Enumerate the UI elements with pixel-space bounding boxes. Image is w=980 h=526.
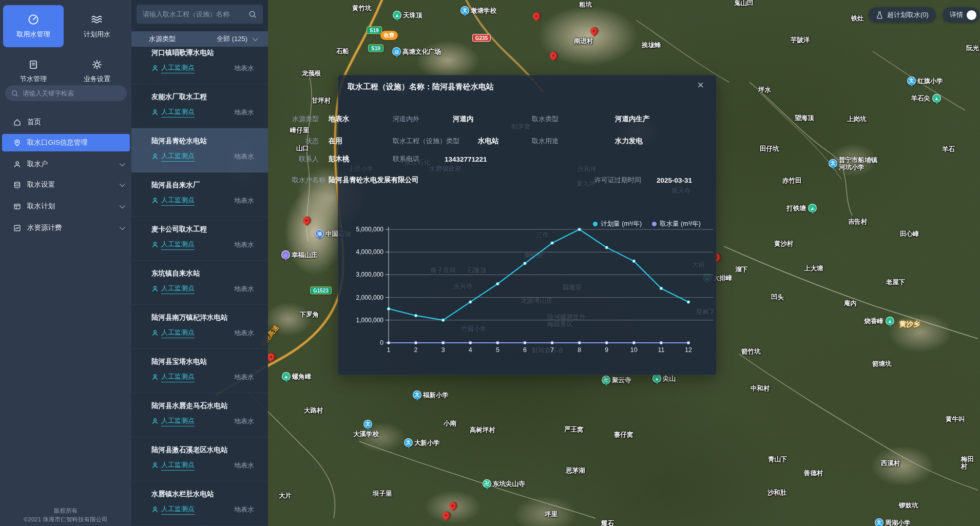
field-label: 联系人 <box>299 154 319 164</box>
water-type: 地表水 <box>234 417 254 426</box>
station-search-input[interactable] <box>143 10 248 18</box>
close-icon[interactable]: × <box>697 80 704 91</box>
chart-legend: 计划量 (m³/年)取水量 (m³/年) <box>593 220 701 228</box>
map-label: 老屋下 <box>886 279 906 286</box>
sidebar-item-gis-management[interactable]: 取水口GIS信息管理 <box>2 134 130 151</box>
water-type: 地表水 <box>234 196 254 205</box>
person-icon <box>151 241 159 248</box>
svg-text:12: 12 <box>685 346 692 354</box>
station-subrow: 人工监测点地表水 <box>151 107 254 118</box>
station-list-item[interactable]: 东坑镇自来水站人工监测点地表水 <box>131 261 268 305</box>
station-name: 水唇镇水栏肚水电站 <box>151 490 214 499</box>
water-type: 地表水 <box>234 108 254 117</box>
waves-icon <box>91 14 103 25</box>
poi-label: 聚云寺 <box>612 377 631 384</box>
map-label: 挨垅蜂 <box>642 42 661 49</box>
temple-poi-icon: 卍 <box>602 376 610 384</box>
svg-text:2,000,000: 2,000,000 <box>356 294 384 301</box>
station-list-item[interactable]: 陆河县激石溪老区水电站人工监测点地表水 <box>131 437 268 481</box>
app-tile-planned-water[interactable]: 计划用水 <box>67 5 127 47</box>
person-icon <box>151 462 159 469</box>
map-label: 芋陂洋 <box>791 36 810 44</box>
map-label: 上岗坑 <box>847 115 867 123</box>
field-label: 取水户名称 <box>292 176 325 185</box>
school-poi-icon: 文 <box>460 6 469 15</box>
station-list-item[interactable]: 陆河县水唇走马石水电站人工监测点地表水 <box>131 393 268 437</box>
map-label: 黄沙乡 <box>899 320 920 328</box>
sidebar-search-box[interactable] <box>5 85 127 101</box>
detail-toggle[interactable]: 详情 <box>943 7 979 23</box>
legend-item[interactable]: 计划量 (m³/年) <box>593 220 642 228</box>
field-value: 13432771221 <box>445 155 487 163</box>
station-list-item[interactable]: 陆河县南万镇杞洋水电站人工监测点地表水 <box>131 305 268 349</box>
sidebar-item-label: 水资源计费 <box>27 223 62 232</box>
svg-text:5,000,000: 5,000,000 <box>356 226 384 233</box>
over-plan-intake-button[interactable]: 超计划取水(0) <box>869 7 936 23</box>
sidebar-item-label: 取水设置 <box>27 180 55 189</box>
map-label: 坝子里 <box>373 490 392 497</box>
chevron-down-icon <box>120 161 125 166</box>
station-list-item[interactable]: 陆河县自来水厂人工监测点地表水 <box>131 172 268 217</box>
sidebar-item-intake-settings[interactable]: 取水设置 <box>2 176 130 193</box>
poi-label: 高塘文化广场 <box>402 48 441 55</box>
station-name: 陆河县水唇走马石水电站 <box>151 401 228 411</box>
station-subrow: 人工监测点地表水 <box>151 196 254 206</box>
map-label: 箭塘坑 <box>872 360 892 367</box>
field-value: 水电站 <box>478 137 499 146</box>
sidebar-item-label: 取水计划 <box>27 202 55 211</box>
map-label: 高树坪村 <box>470 426 495 434</box>
poi-label: 大溪学校 <box>353 431 379 438</box>
station-list-item[interactable]: 陆河县宝塔水电站人工监测点地表水 <box>131 349 268 393</box>
sidebar-item-water-billing[interactable]: 水资源计费 <box>2 219 130 237</box>
station-subrow: 人工监测点地表水 <box>151 284 254 294</box>
poi-label: 红旗小学 <box>917 77 943 85</box>
map-label: 阮光 <box>966 45 979 52</box>
field-value: 2025-03-31 <box>657 177 692 184</box>
water-type: 地表水 <box>234 284 254 294</box>
toggle-knob[interactable] <box>967 10 976 20</box>
chevron-down-icon <box>120 181 125 187</box>
station-list-item[interactable]: 麦卡公司取水工程人工监测点地表水 <box>131 217 268 261</box>
field-label: 许可证过期时间 <box>594 176 641 185</box>
app-tile-label: 节水管理 <box>20 74 47 84</box>
svg-text:7: 7 <box>550 346 554 354</box>
flask-icon <box>876 11 883 20</box>
copyright-line1: 版权所有 <box>0 507 131 515</box>
water-type: 地表水 <box>234 461 254 470</box>
map-label: 溜下 <box>735 266 748 273</box>
station-list-item[interactable]: 友能水厂取水工程人工监测点地表水 <box>131 84 268 128</box>
sidebar-item-water-users[interactable]: 取水户 <box>2 155 130 173</box>
station-search-box[interactable] <box>137 5 263 24</box>
station-list-item[interactable]: 陆河县青砼水电站人工监测点地表水 <box>131 128 268 172</box>
station-name: 陆河县青砼水电站 <box>151 137 207 146</box>
svg-text:6: 6 <box>523 346 527 354</box>
field-label: 河道内外 <box>393 114 419 124</box>
sidebar-search-input[interactable] <box>23 90 110 97</box>
svg-text:4,000,000: 4,000,000 <box>356 248 384 256</box>
map-label: 坪水 <box>758 86 771 93</box>
sidebar-item-intake-plan[interactable]: 取水计划 <box>2 198 130 215</box>
svg-text:0: 0 <box>380 339 383 346</box>
field-label: 状态 <box>305 137 319 146</box>
svg-text:4: 4 <box>469 346 472 354</box>
legend-dot <box>652 222 657 226</box>
map-label: 大片 <box>279 492 292 499</box>
poi-label: 尖山 <box>663 375 676 382</box>
station-list-item[interactable]: 水唇镇水栏肚水电站人工监测点地表水 <box>131 481 268 525</box>
road-badge: G235 <box>472 34 491 42</box>
app-tile-water-intake-mgmt[interactable]: 取用水管理 <box>3 5 64 47</box>
detail-toggle-label: 详情 <box>950 10 963 20</box>
station-subrow: 人工监测点地表水 <box>151 416 254 426</box>
water-type: 地表水 <box>234 505 254 514</box>
field-value: 在用 <box>329 137 342 146</box>
field-label: 水源类型 <box>292 114 319 124</box>
road-badge: 收费 <box>380 31 398 40</box>
sidebar-item-label: 首页 <box>27 118 41 127</box>
legend-item[interactable]: 取水量 (m³/年) <box>652 220 701 228</box>
poi-label: 东坑尖山寺 <box>493 480 525 488</box>
station-name: 陆河县自来水厂 <box>151 181 200 190</box>
sidebar-item-home[interactable]: 首页 <box>2 113 130 131</box>
map-label: 粗坑 <box>579 1 592 8</box>
station-list-item[interactable]: 河口镇唱歌潭水电站人工监测点地表水 <box>131 40 268 84</box>
water-type: 地表水 <box>234 152 254 161</box>
